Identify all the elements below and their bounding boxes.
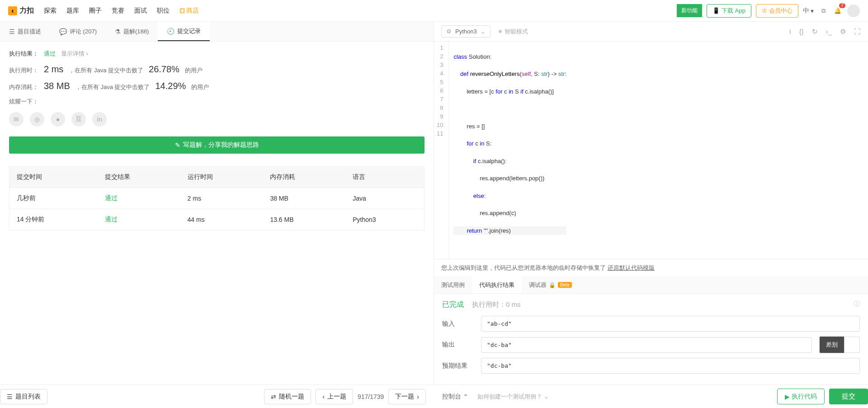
test-time: 执行用时：0 ms [472, 300, 521, 309]
language-selector[interactable]: 中 ▾ [803, 7, 814, 15]
doc-icon: ☰ [9, 28, 15, 35]
submit-button[interactable]: 提交 [829, 389, 868, 404]
nav-explore[interactable]: 探索 [44, 7, 57, 15]
expected-box: "dc-ba" [481, 358, 860, 374]
tab-testcases[interactable]: 测试用例 [434, 277, 472, 293]
terminal-icon[interactable]: ›_ [826, 28, 832, 36]
result-link[interactable]: 通过 [105, 216, 118, 223]
table-row[interactable]: 几秒前 通过 2 ms 38 MB Java [9, 188, 425, 209]
clock-icon: 🕘 [167, 28, 175, 35]
member-center-button[interactable]: ♔ 会员中心 [756, 4, 798, 18]
notification-count: 7 [839, 3, 845, 8]
comment-icon: 💬 [59, 28, 67, 35]
nav-store[interactable]: ⚃ 商店 [179, 7, 199, 15]
share-linkedin-icon[interactable]: in [92, 112, 107, 127]
list-icon: ☰ [7, 393, 13, 400]
smart-mode[interactable]: 智能模式 [499, 28, 528, 36]
diff-label: 差别 [819, 336, 844, 353]
download-app-button[interactable]: 📱 下载 App [707, 4, 751, 18]
nav-problems[interactable]: 题库 [66, 7, 79, 15]
output-box: "dc-ba" [481, 337, 812, 353]
new-feature-badge[interactable]: 新功能 [677, 4, 702, 17]
notifications-icon[interactable]: 🔔7 [833, 6, 843, 16]
code-area[interactable]: class Solution: def reverseOnlyLetters(s… [449, 42, 571, 259]
store-icon: ⚃ [179, 7, 185, 14]
logo-icon: ‹ [8, 6, 17, 15]
dot-icon [499, 30, 502, 33]
toggle-switch[interactable] [844, 337, 860, 353]
write-solution-button[interactable]: ✎ 写题解，分享我的解题思路 [9, 136, 425, 154]
problem-list-button[interactable]: ☰题目列表 [0, 389, 47, 404]
memory-value: 38 MB [44, 81, 70, 91]
refresh-icon[interactable]: ↻ [812, 28, 818, 36]
chevron-down-icon: ⌄ [544, 393, 549, 400]
runtime-label: 执行用时： [9, 66, 38, 75]
info-icon[interactable]: i [789, 28, 791, 36]
pencil-icon: ✎ [175, 141, 180, 149]
th-lang: 语言 [345, 167, 424, 188]
nav-contest[interactable]: 竞赛 [112, 7, 124, 15]
restore-default-link[interactable]: 还原默认代码模版 [608, 264, 655, 271]
problem-counter: 917/1739 [358, 393, 384, 400]
nav-circle[interactable]: 圈子 [89, 7, 102, 15]
shuffle-icon: ⇄ [271, 393, 276, 400]
flask-icon: ⚗ [115, 28, 121, 35]
submissions-content: 执行结果： 通过 显示详情 › 执行用时： 2 ms ，在所有 Java 提交中… [0, 42, 434, 385]
header-left: ‹ 力扣 探索 题库 圈子 竞赛 面试 职位 ⚃ 商店 [8, 6, 199, 15]
tab-test-result[interactable]: 代码执行结果 [472, 277, 522, 293]
share-douban-icon[interactable]: 豆 [71, 112, 86, 127]
table-row[interactable]: 14 分钟前 通过 44 ms 13.6 MB Python3 [9, 209, 425, 230]
diff-toggle[interactable]: 差别 [819, 336, 860, 353]
result-label: 执行结果： [9, 50, 38, 58]
tab-debugger[interactable]: 调试器 🔒 Beta [522, 277, 579, 293]
share-wechat-icon[interactable]: ✉ [9, 112, 24, 127]
tab-submissions[interactable]: 🕘提交记录 [158, 22, 210, 41]
result-link[interactable]: 通过 [105, 194, 118, 202]
th-runtime: 运行时间 [180, 167, 263, 188]
nav-jobs[interactable]: 职位 [157, 7, 170, 15]
memory-percent: 14.29% [156, 81, 186, 91]
share-weibo-icon[interactable]: ◎ [30, 112, 44, 127]
line-numbers: 1234567891011 [434, 42, 449, 259]
problem-tabs: ☰题目描述 💬评论 (207) ⚗题解(188) 🕘提交记录 [0, 22, 434, 42]
lock-icon: 🔒 [549, 282, 556, 288]
fullscreen-icon[interactable]: ⛶ [854, 28, 861, 36]
console-toggle[interactable]: 控制台⌃ [442, 393, 468, 401]
run-code-button[interactable]: ▶执行代码 [777, 389, 825, 404]
help-icon[interactable]: ⓘ [854, 300, 860, 308]
next-button[interactable]: 下一题› [388, 389, 426, 404]
th-memory: 内存消耗 [263, 167, 345, 188]
share-qq-icon[interactable]: ● [51, 112, 65, 127]
show-detail-link[interactable]: 显示详情 › [61, 50, 88, 58]
restore-bar: 您上次编辑到这里，代码已从您浏览器本地的临时存储中恢复了 还原默认代码模版 [434, 259, 868, 277]
input-label: 输入 [442, 320, 474, 328]
tab-description[interactable]: ☰题目描述 [0, 22, 50, 41]
output-label: 输出 [442, 341, 474, 349]
gear-icon[interactable]: ⚙ [840, 28, 846, 36]
right-panel: ⚙ Python3 ⌄ 智能模式 i {} ↻ ›_ ⚙ ⛶ 1234567 [434, 22, 868, 385]
code-editor[interactable]: 1234567891011 class Solution: def revers… [434, 42, 868, 259]
nav-interview[interactable]: 面试 [134, 7, 147, 15]
tab-solutions[interactable]: ⚗题解(188) [106, 22, 158, 41]
runtime-percent: 26.78% [149, 64, 179, 75]
braces-icon[interactable]: {} [799, 28, 804, 36]
logo[interactable]: ‹ 力扣 [8, 6, 34, 15]
random-button[interactable]: ⇄随机一题 [264, 389, 311, 404]
howto-link[interactable]: 如何创建一个测试用例？⌄ [477, 393, 549, 401]
left-panel: ☰题目描述 💬评论 (207) ⚗题解(188) 🕘提交记录 执行结果： 通过 … [0, 22, 434, 385]
input-box[interactable]: "ab-cd" [481, 316, 860, 332]
settings-icon: ⚙ [446, 28, 452, 35]
header-right: 新功能 📱 下载 App ♔ 会员中心 中 ▾ ⧉ 🔔7 [677, 4, 860, 18]
result-status: 通过 [44, 50, 56, 58]
avatar[interactable] [847, 5, 860, 17]
main: ☰题目描述 💬评论 (207) ⚗题解(188) 🕘提交记录 执行结果： 通过 … [0, 22, 868, 385]
runtime-value: 2 ms [44, 64, 63, 75]
language-select[interactable]: ⚙ Python3 ⌄ [441, 25, 491, 38]
chevron-right-icon: › [417, 393, 419, 400]
prev-button[interactable]: ‹上一题 [316, 389, 353, 404]
playground-icon[interactable]: ⧉ [818, 6, 828, 16]
beta-badge: Beta [558, 282, 572, 288]
play-icon: ▶ [785, 393, 790, 400]
tab-comments[interactable]: 💬评论 (207) [50, 22, 106, 41]
header: ‹ 力扣 探索 题库 圈子 竞赛 面试 职位 ⚃ 商店 新功能 📱 下载 App… [0, 0, 868, 22]
